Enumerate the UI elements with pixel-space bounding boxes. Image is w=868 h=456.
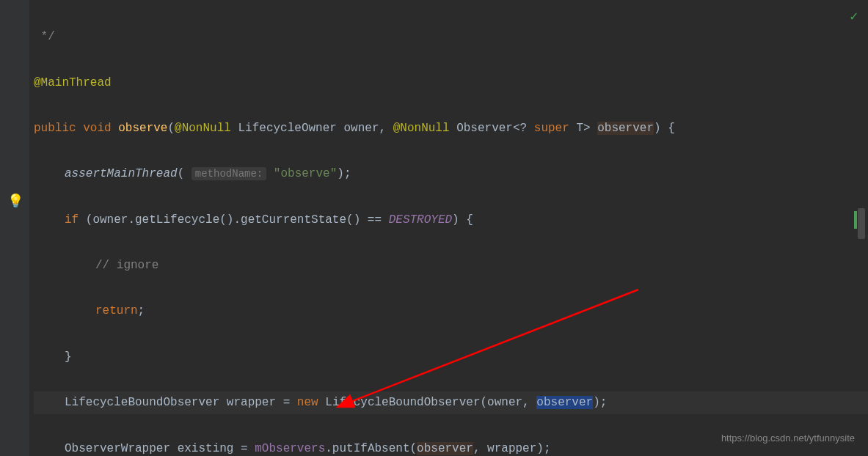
lightbulb-icon[interactable]: 💡	[7, 189, 23, 215]
type-observer: Observer	[456, 122, 513, 135]
annotation-nonnull-2: @NonNull	[393, 122, 450, 135]
type-lifecycleboundobserver: LifecycleBoundObserver	[65, 396, 219, 409]
comment-close: */	[34, 30, 55, 43]
param-owner: owner	[344, 122, 379, 135]
kw-if-1: if	[65, 213, 79, 227]
selection-observer: observer	[536, 396, 593, 409]
kw-new-1: new	[297, 396, 318, 409]
watermark-url: https://blog.csdn.net/ytfunnysite	[721, 429, 855, 447]
kw-void: void	[83, 122, 111, 135]
kw-super: super	[534, 122, 569, 135]
editor-gutter	[0, 0, 29, 456]
current-line: LifecycleBoundObserver wrapper = new Lif…	[34, 391, 868, 414]
type-observerwrapper: ObserverWrapper	[65, 442, 170, 455]
annotation-nonnull-1: @NonNull	[175, 122, 231, 135]
field-mobservers: mObservers	[255, 442, 325, 455]
call-assertmainthread: assertMainThread	[65, 167, 178, 180]
method-observe: observe	[118, 122, 167, 135]
ref-observer: observer	[417, 442, 473, 455]
string-observe: "observe"	[274, 167, 337, 180]
param-hint: methodName:	[192, 167, 266, 180]
code-editor[interactable]: */ @MainThread public void observe(@NonN…	[0, 0, 868, 456]
comment-ignore: // ignore	[95, 259, 158, 272]
const-destroyed: DESTROYED	[389, 213, 452, 227]
param-observer: observer	[597, 122, 654, 135]
expr-getstate: owner.getLifecycle().getCurrentState() =…	[92, 213, 388, 227]
kw-public: public	[34, 122, 76, 135]
kw-return-1: return	[95, 304, 138, 317]
type-lifecycleowner: LifecycleOwner	[238, 122, 336, 135]
annotation-mainthread: @MainThread	[34, 76, 112, 89]
paren: (	[167, 122, 175, 135]
